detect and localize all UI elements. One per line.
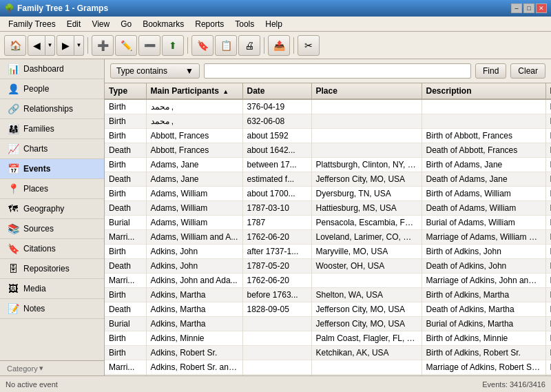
table-row[interactable]: Death Adams, Jane estimated f... Jeffers… (105, 172, 551, 187)
col-type[interactable]: Type (105, 83, 146, 99)
clear-button[interactable]: Clear (510, 63, 545, 79)
menu-edit[interactable]: Edit (61, 18, 87, 30)
close-button[interactable]: ✕ (536, 3, 547, 13)
col-id[interactable]: ID (545, 83, 551, 99)
sidebar-label-events: Events (23, 164, 50, 174)
table-row[interactable]: Birth Adams, Jane between 17... Plattsbu… (105, 158, 551, 172)
cell-participants: Adkins, Robert Sr. (146, 346, 242, 360)
cell-participants: Adams, Jane (146, 172, 242, 187)
table-row[interactable]: Birth Aguilar, Eleanor after 1717 Hickor… (105, 375, 551, 376)
sidebar-item-sources[interactable]: 📚 Sources (0, 219, 104, 239)
back-button[interactable]: ◀ (28, 35, 45, 56)
table-row[interactable]: Birth Adkins, John after 1737-1... Maryv… (105, 245, 551, 259)
table-row[interactable]: Burial Adkins, Martha Jefferson City, MO… (105, 317, 551, 331)
table-row[interactable]: Birth Abbott, Frances about 1592 Birth o… (105, 129, 551, 143)
forward-arrow[interactable]: ▼ (74, 35, 84, 56)
up-button[interactable]: ⬆ (162, 35, 184, 56)
filter-search-input[interactable] (204, 63, 471, 79)
scissors-button[interactable]: ✂ (298, 35, 320, 56)
home-button[interactable]: 🏠 (4, 35, 26, 56)
col-date[interactable]: Date (242, 83, 311, 99)
table-row[interactable]: Death Adams, William 1787-03-10 Hattiesb… (105, 201, 551, 216)
col-participants[interactable]: Main Participants ▲ (146, 83, 242, 99)
forward-button[interactable]: ▶ (56, 35, 74, 56)
cell-date: 1762-06-20 (242, 230, 311, 245)
sidebar-item-repositories[interactable]: 🗄 Repositories (0, 259, 104, 279)
table-row[interactable]: Burial Adams, William 1787 Pensacola, Es… (105, 216, 551, 230)
table-row[interactable]: Birth Adkins, Robert Sr. Ketchikan, AK, … (105, 346, 551, 360)
cell-type: Death (105, 201, 146, 216)
table-row[interactable]: Death Abbott, Frances about 1642... Deat… (105, 143, 551, 158)
cell-place: Palm Coast, Flagler, FL, USA (311, 331, 422, 346)
clipboard-button[interactable]: 📋 (215, 35, 237, 56)
table-row[interactable]: Marri... Adkins, Robert Sr. and ... Marr… (105, 360, 551, 375)
cell-participants: Adkins, Martha (146, 302, 242, 317)
sidebar-category[interactable]: Category ▾ (0, 360, 104, 375)
remove-button[interactable]: ➖ (138, 35, 160, 56)
menu-familytrees[interactable]: Family Trees (3, 18, 61, 30)
edit-button[interactable]: ✏️ (115, 35, 137, 56)
cell-date: about 1700... (242, 187, 311, 201)
sidebar-item-media[interactable]: 🖼 Media (0, 279, 104, 299)
export-button[interactable]: 📤 (268, 35, 290, 56)
cell-place (311, 360, 422, 375)
filter-type-dropdown[interactable]: Type contains ▼ (110, 63, 200, 79)
table-row[interactable]: Death Adkins, Martha 1828-09-05 Jefferso… (105, 302, 551, 317)
cell-date: after 1717 (242, 375, 311, 376)
find-button[interactable]: Find (475, 63, 506, 79)
menu-view[interactable]: View (86, 18, 115, 30)
menu-reports[interactable]: Reports (189, 18, 229, 30)
table-row[interactable]: Birth محمد , 632-06-08 E3404 (105, 114, 551, 129)
cell-date (242, 360, 311, 375)
maximize-button[interactable]: □ (523, 3, 534, 13)
sidebar-item-notes[interactable]: 📝 Notes (0, 299, 104, 319)
menu-tools[interactable]: Tools (229, 18, 260, 30)
sidebar-label-sources: Sources (23, 224, 54, 234)
cell-id: E1908 (545, 317, 551, 331)
sidebar-item-families[interactable]: 👨‍👩‍👧 Families (0, 119, 104, 139)
col-description[interactable]: Description (422, 83, 545, 99)
cell-place: Hickory-Morganton-Lenoir, NC, U... (311, 375, 422, 376)
cell-date: 1787 (242, 216, 311, 230)
sidebar-item-events[interactable]: 📅 Events (0, 159, 104, 179)
sidebar-item-places[interactable]: 📍 Places (0, 179, 104, 199)
cell-date: estimated f... (242, 172, 311, 187)
table-row[interactable]: Birth Adams, William about 1700... Dyers… (105, 187, 551, 201)
events-table-container[interactable]: Type Main Participants ▲ Date Place (105, 83, 551, 375)
table-row[interactable]: Marri... Adams, William and A... 1762-06… (105, 230, 551, 245)
cell-date (242, 317, 311, 331)
sidebar-item-citations[interactable]: 🔖 Citations (0, 239, 104, 259)
cell-type: Burial (105, 317, 146, 331)
cell-id: E3404 (545, 114, 551, 129)
add-button[interactable]: ➕ (92, 35, 114, 56)
sidebar-item-people[interactable]: 👤 People (0, 79, 104, 99)
table-row[interactable]: Birth Adkins, Martha before 1763... Shel… (105, 288, 551, 302)
print-button[interactable]: 🖨 (238, 35, 260, 56)
cell-description: Death of Adkins, Martha (422, 302, 545, 317)
sidebar-item-geography[interactable]: 🗺 Geography (0, 199, 104, 219)
table-row[interactable]: Birth محمد , 376-04-19 E3405 (105, 99, 551, 114)
cell-type: Marri... (105, 360, 146, 375)
bookmark-button[interactable]: 🔖 (191, 35, 214, 56)
statusbar: No active event Events: 3416/3416 (0, 375, 551, 392)
cell-date: 1787-05-20 (242, 259, 311, 274)
col-place[interactable]: Place (311, 83, 422, 99)
table-row[interactable]: Marri... Adkins, John and Ada... 1762-06… (105, 274, 551, 288)
cell-place (311, 129, 422, 143)
events-icon: 📅 (7, 163, 19, 174)
menu-bookmarks[interactable]: Bookmarks (137, 18, 189, 30)
back-arrow[interactable]: ▼ (45, 35, 55, 56)
cell-description: Death of Adams, William (422, 201, 545, 216)
sidebar-item-dashboard[interactable]: 📊 Dashboard (0, 59, 104, 79)
cell-id: E0013 (545, 129, 551, 143)
cell-place: Plattsburgh, Clinton, NY, USA (311, 158, 422, 172)
menu-go[interactable]: Go (115, 18, 137, 30)
cell-description: Birth of Adams, William (422, 187, 545, 201)
minimize-button[interactable]: – (511, 3, 522, 13)
sidebar-item-charts[interactable]: 📈 Charts (0, 139, 104, 159)
sidebar-item-relationships[interactable]: 🔗 Relationships (0, 99, 104, 119)
menu-help[interactable]: Help (260, 18, 288, 30)
table-row[interactable]: Birth Adkins, Minnie Palm Coast, Flagler… (105, 331, 551, 346)
table-row[interactable]: Death Adkins, John 1787-05-20 Wooster, O… (105, 259, 551, 274)
cell-id: E1907 (545, 302, 551, 317)
